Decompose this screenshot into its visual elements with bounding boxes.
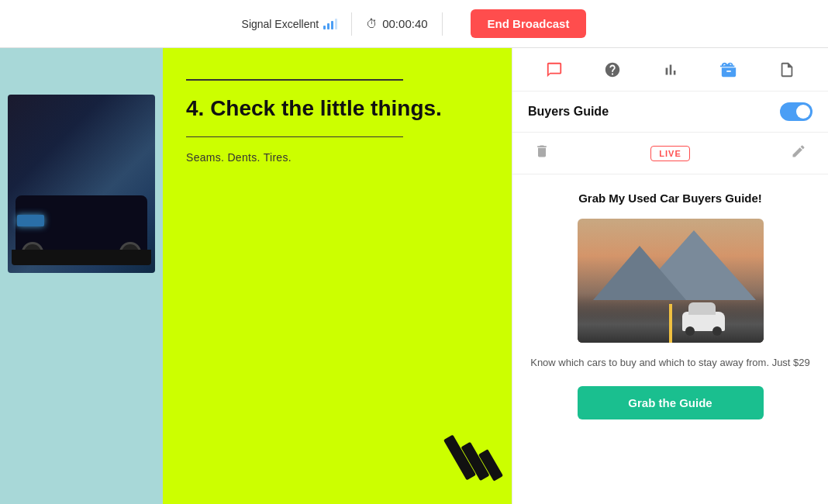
slide-left-panel [0, 48, 163, 504]
end-broadcast-button[interactable]: End Broadcast [471, 9, 587, 38]
header-divider-2 [442, 12, 443, 36]
slide-subtitle: Seams. Dents. Tires. [186, 151, 488, 164]
slide-content: 4. Check the little things. Seams. Dents… [0, 48, 512, 504]
signal-bar-3 [331, 21, 333, 29]
car-wheel-right [119, 242, 141, 264]
panel-header: Buyers Guide [512, 91, 828, 133]
chart-icon-button[interactable] [654, 57, 687, 83]
broadcast-area: 4. Check the little things. Seams. Dents… [0, 48, 512, 504]
delete-button[interactable] [528, 140, 556, 166]
header-divider-1 [351, 12, 352, 36]
timer-icon: ⏱ [366, 17, 378, 30]
trash-icon [534, 143, 550, 159]
slide-right-panel: 4. Check the little things. Seams. Dents… [163, 48, 512, 504]
mountain-fg [593, 246, 686, 300]
signal-bars-icon [323, 19, 337, 29]
timer-value: 00:00:40 [382, 17, 427, 30]
live-badge: LIVE [650, 146, 689, 161]
car-headlight [17, 215, 44, 226]
grab-guide-button[interactable]: Grab the Guide [578, 386, 764, 419]
car-wheel-left [22, 242, 43, 264]
signal-bar-1 [323, 26, 326, 29]
timer-display: ⏱ 00:00:40 [366, 17, 427, 30]
signal-label: Signal Excellent [242, 18, 319, 30]
document-icon-button[interactable] [771, 57, 803, 83]
edit-button[interactable] [785, 140, 812, 166]
product-title: Grab My Used Car Buyers Guide! [578, 190, 762, 206]
action-bar: LIVE [512, 133, 828, 174]
signal-status: Signal Excellent [242, 18, 338, 30]
product-image [578, 219, 764, 343]
gift-icon-button[interactable] [712, 57, 745, 83]
car-on-road [682, 312, 725, 331]
chat-icon [546, 61, 563, 78]
slide-line-top [186, 79, 403, 81]
corner-decoration [454, 434, 496, 481]
slide-title: 4. Check the little things. [186, 95, 488, 123]
header-left: Signal Excellent ⏱ 00:00:40 End Broadcas… [242, 9, 587, 38]
top-header: Signal Excellent ⏱ 00:00:40 End Broadcas… [0, 0, 828, 48]
small-wheel-right [712, 326, 722, 336]
chart-icon [662, 61, 679, 78]
chat-icon-button[interactable] [538, 57, 571, 83]
panel-title: Buyers Guide [528, 105, 609, 119]
question-icon-button[interactable] [596, 57, 629, 83]
product-card: Grab My Used Car Buyers Guide! Know whic… [512, 174, 828, 504]
question-icon [604, 61, 621, 78]
edit-icon [791, 143, 806, 159]
signal-bar-4 [335, 19, 337, 29]
document-icon [778, 61, 795, 78]
gift-icon [720, 61, 737, 78]
product-description: Know which cars to buy and which to stay… [530, 355, 810, 371]
toggle-slider [780, 102, 812, 121]
sidebar-toolbar [512, 48, 828, 91]
signal-bar-2 [327, 23, 329, 29]
panel-toggle[interactable] [780, 102, 812, 121]
main-content: 4. Check the little things. Seams. Dents… [0, 48, 828, 504]
right-sidebar: Buyers Guide LIVE Grab My Used Car Buy [512, 48, 828, 504]
car-image [8, 95, 155, 273]
slide-line-bottom [186, 136, 403, 138]
small-wheel-left [685, 326, 695, 336]
